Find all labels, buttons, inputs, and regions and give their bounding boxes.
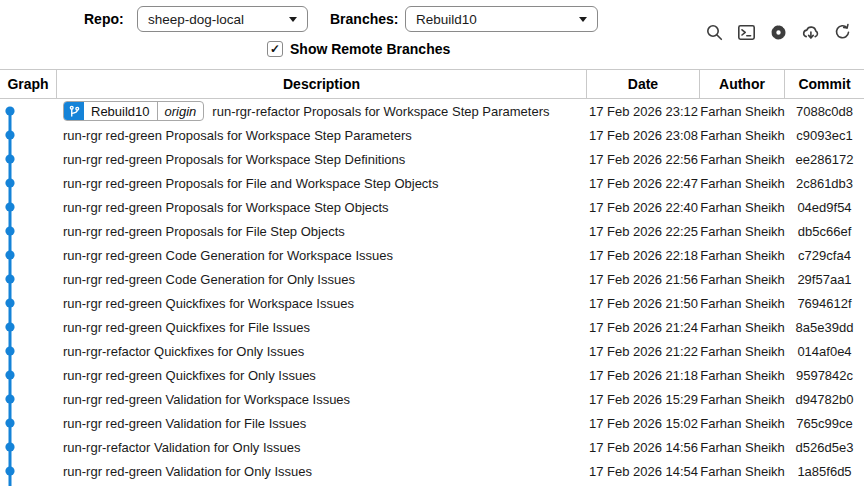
column-header-graph: Graph (0, 70, 57, 98)
commit-date: 17 Feb 2026 22:56 (587, 152, 700, 167)
table-row[interactable]: run-rgr red-green Code Generation for Wo… (57, 243, 864, 267)
commit-author: Farhan Sheikh (700, 440, 785, 455)
commit-date: 17 Feb 2026 22:18 (587, 248, 700, 263)
commit-description: run-rgr red-green Code Generation for Wo… (63, 248, 393, 263)
commit-author: Farhan Sheikh (700, 128, 785, 143)
commit-description: run-rgr red-green Proposals for File Ste… (63, 224, 345, 239)
commit-author: Farhan Sheikh (700, 320, 785, 335)
commit-author: Farhan Sheikh (700, 200, 785, 215)
commit-description-cell: run-rgr red-green Quickfixes for File Is… (57, 320, 587, 335)
table-row[interactable]: run-rgr red-green Proposals for Workspac… (57, 123, 864, 147)
commit-author: Farhan Sheikh (700, 272, 785, 287)
fetch-icon[interactable] (801, 23, 820, 42)
commit-description-cell: run-rgr red-green Code Generation for On… (57, 272, 587, 287)
table-row[interactable]: run-rgr red-green Proposals for File and… (57, 171, 864, 195)
commit-author: Farhan Sheikh (700, 248, 785, 263)
commit-hash: c9093ec1 (785, 128, 864, 143)
commit-description: run-rgr red-green Quickfixes for File Is… (63, 320, 310, 335)
terminal-icon[interactable] (737, 23, 756, 42)
toolbar-actions (705, 23, 852, 42)
repo-label: Repo: (84, 6, 124, 32)
show-remote-branches-checkbox[interactable]: ✓ (267, 41, 283, 57)
table-row[interactable]: run-rgr red-green Validation for Only Is… (57, 459, 864, 483)
commit-description: run-rgr red-green Proposals for File and… (63, 176, 438, 191)
commit-description-cell: run-rgr-refactor Quickfixes for Only Iss… (57, 344, 587, 359)
commit-description: run-rgr-refactor Quickfixes for Only Iss… (63, 344, 304, 359)
branches-label: Branches: (330, 6, 398, 32)
commit-author: Farhan Sheikh (700, 224, 785, 239)
commit-description-cell: run-rgr red-green Proposals for Workspac… (57, 128, 587, 143)
column-header-date: Date (587, 70, 700, 98)
commit-author: Farhan Sheikh (700, 296, 785, 311)
commit-description: run-rgr red-green Validation for Workspa… (63, 392, 350, 407)
show-remote-branches-option[interactable]: ✓ Show Remote Branches (267, 41, 450, 57)
branches-select[interactable]: Rebuild10 (405, 6, 598, 32)
commit-hash: 7694612f (785, 296, 864, 311)
commit-hash: 8a5e39dd (785, 320, 864, 335)
commit-description-cell: run-rgr red-green Validation for Workspa… (57, 392, 587, 407)
commit-hash: 29f57aa1 (785, 272, 864, 287)
table-row[interactable]: run-rgr red-green Quickfixes for Only Is… (57, 363, 864, 387)
column-header-description: Description (57, 70, 587, 98)
commit-description: run-rgr red-green Proposals for Workspac… (63, 200, 389, 215)
commit-author: Farhan Sheikh (700, 344, 785, 359)
refresh-icon[interactable] (833, 23, 852, 42)
commit-date: 17 Feb 2026 22:40 (587, 200, 700, 215)
show-remote-branches-label: Show Remote Branches (290, 41, 450, 57)
git-branch-icon (64, 102, 84, 120)
repo-select[interactable]: sheep-dog-local (137, 6, 308, 32)
commit-date: 17 Feb 2026 21:18 (587, 368, 700, 383)
table-row[interactable]: run-rgr-refactor Validation for Only Iss… (57, 435, 864, 459)
commit-date: 17 Feb 2026 21:50 (587, 296, 700, 311)
table-row[interactable]: run-rgr red-green Code Generation for On… (57, 267, 864, 291)
commit-hash: 2c861db3 (785, 176, 864, 191)
commit-date: 17 Feb 2026 23:08 (587, 128, 700, 143)
commit-description: run-rgr-refactor Validation for Only Iss… (63, 440, 300, 455)
table-row[interactable]: run-rgr red-green Validation for Workspa… (57, 387, 864, 411)
table-row[interactable]: run-rgr red-green Proposals for File Ste… (57, 219, 864, 243)
commit-author: Farhan Sheikh (700, 104, 785, 119)
commit-hash: 04ed9f54 (785, 200, 864, 215)
commit-description-cell: run-rgr red-green Proposals for File and… (57, 176, 587, 191)
commit-date: 17 Feb 2026 21:24 (587, 320, 700, 335)
commit-date: 17 Feb 2026 21:22 (587, 344, 700, 359)
commit-author: Farhan Sheikh (700, 464, 785, 479)
settings-icon[interactable] (769, 23, 788, 42)
commit-hash: 1a85f6d5 (785, 464, 864, 479)
branch-badge-name: Rebuild10 (84, 102, 157, 120)
commit-description-cell: run-rgr red-green Code Generation for Wo… (57, 248, 587, 263)
commit-author: Farhan Sheikh (700, 392, 785, 407)
commit-description: run-rgr red-green Code Generation for On… (63, 272, 355, 287)
commit-description: run-rgr red-green Quickfixes for Only Is… (63, 368, 316, 383)
commit-date: 17 Feb 2026 22:25 (587, 224, 700, 239)
commit-hash: 014af0e4 (785, 344, 864, 359)
commit-description: run-rgr red-green Validation for Only Is… (63, 464, 312, 479)
table-row[interactable]: run-rgr-refactor Quickfixes for Only Iss… (57, 339, 864, 363)
commit-hash: 765c99ce (785, 416, 864, 431)
commit-hash: 9597842c (785, 368, 864, 383)
repo-select-value: sheep-dog-local (148, 12, 244, 27)
commit-description: run-rgr red-green Quickfixes for Workspa… (63, 296, 354, 311)
commit-date: 17 Feb 2026 21:56 (587, 272, 700, 287)
table-row[interactable]: run-rgr red-green Quickfixes for File Is… (57, 315, 864, 339)
commit-table-header: Graph Description Date Author Commit (0, 69, 864, 99)
table-row[interactable]: run-rgr red-green Proposals for Workspac… (57, 195, 864, 219)
commit-description-cell: Rebuild10 origin run-rgr-refactor Propos… (57, 101, 587, 121)
branch-badge[interactable]: Rebuild10 origin (63, 101, 204, 121)
table-row[interactable]: run-rgr red-green Proposals for Workspac… (57, 147, 864, 171)
commit-description-cell: run-rgr red-green Validation for File Is… (57, 416, 587, 431)
commit-author: Farhan Sheikh (700, 368, 785, 383)
table-row[interactable]: run-rgr red-green Quickfixes for Workspa… (57, 291, 864, 315)
commit-date: 17 Feb 2026 23:12 (587, 104, 700, 119)
commit-date: 17 Feb 2026 15:29 (587, 392, 700, 407)
commit-description: run-rgr-refactor Proposals for Workspace… (212, 104, 549, 119)
commit-description: run-rgr red-green Validation for File Is… (63, 416, 306, 431)
column-header-commit: Commit (785, 70, 864, 98)
commit-author: Farhan Sheikh (700, 416, 785, 431)
table-row[interactable]: Rebuild10 origin run-rgr-refactor Propos… (57, 99, 864, 123)
search-icon[interactable] (705, 23, 724, 42)
branches-select-value: Rebuild10 (416, 12, 477, 27)
table-row[interactable]: run-rgr red-green Validation for File Is… (57, 411, 864, 435)
chevron-down-icon (579, 17, 587, 22)
commit-graph (0, 99, 57, 486)
